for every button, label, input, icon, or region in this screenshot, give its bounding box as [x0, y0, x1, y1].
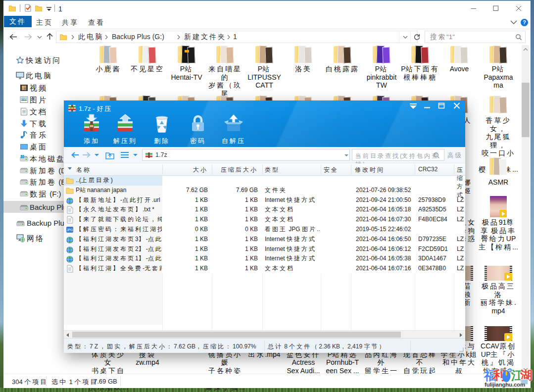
svg-text:JPG: JPG: [67, 228, 73, 232]
